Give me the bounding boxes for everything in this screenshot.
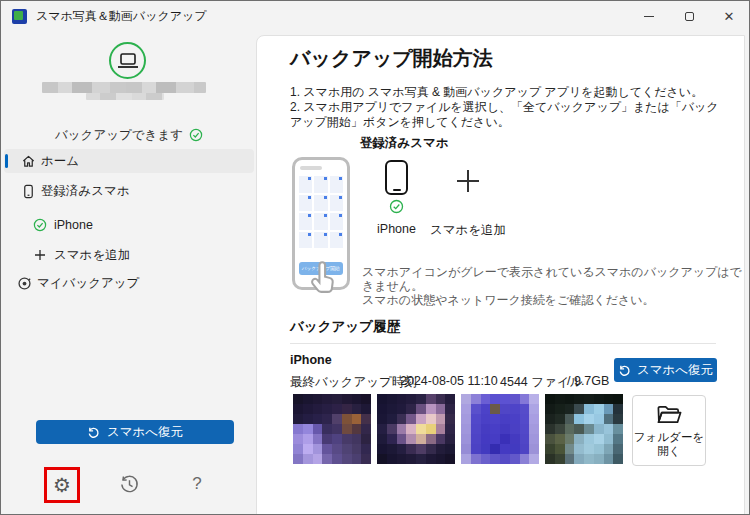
maximize-icon bbox=[685, 12, 694, 21]
app-logo-icon bbox=[12, 9, 27, 24]
plus-icon bbox=[31, 249, 49, 261]
backup-disc-icon bbox=[15, 276, 33, 291]
open-folder-button[interactable]: フォルダーを 開く bbox=[632, 395, 706, 466]
open-folder-icon bbox=[656, 404, 683, 426]
history-device-name: iPhone bbox=[290, 353, 332, 367]
sidebar-item-home[interactable]: ホーム bbox=[4, 149, 254, 173]
illustration-photo-grid bbox=[299, 176, 343, 248]
laptop-icon bbox=[116, 51, 140, 71]
note-line-2: スマホの状態やネットワーク接続をご確認ください。 bbox=[362, 293, 744, 307]
settings-highlight-box: ⚙ bbox=[44, 467, 80, 503]
sidebar-item-label: マイバックアップ bbox=[37, 275, 139, 292]
pc-status-text: バックアップできます bbox=[55, 128, 183, 142]
restore-button-label: スマホへ復元 bbox=[107, 424, 183, 441]
home-icon bbox=[19, 154, 37, 169]
iphone-device-label: iPhone bbox=[366, 222, 427, 236]
sidebar-item-my-backup[interactable]: マイバックアップ bbox=[4, 271, 254, 295]
sidebar-item-label: ホーム bbox=[41, 153, 79, 170]
close-button[interactable]: ✕ bbox=[709, 1, 749, 31]
help-button[interactable]: ? bbox=[186, 472, 208, 496]
page-title: バックアップ開始方法 bbox=[290, 45, 493, 72]
redacted-pc-name-line2 bbox=[86, 93, 164, 100]
app-window: スマホ写真＆動画バックアップ ✕ バックアップできます bbox=[0, 0, 750, 515]
sidebar-item-iphone[interactable]: iPhone bbox=[4, 213, 254, 237]
registered-phones-label: 登録済みスマホ bbox=[360, 135, 449, 152]
photo-thumbnail[interactable] bbox=[461, 394, 539, 464]
sidebar-item-add-phone[interactable]: スマホを追加 bbox=[4, 243, 254, 267]
history-restore-button[interactable]: スマホへ復元 bbox=[614, 358, 717, 382]
sidebar-item-label: iPhone bbox=[54, 218, 93, 232]
instruction-line-1: 1. スマホ用の スマホ写真 & 動画バックアップ アプリを起動してください。 bbox=[290, 85, 728, 100]
photo-thumbnail[interactable] bbox=[293, 394, 371, 464]
open-folder-label-2: 開く bbox=[657, 444, 680, 458]
instructions: 1. スマホ用の スマホ写真 & 動画バックアップ アプリを起動してください。 … bbox=[290, 85, 728, 130]
redacted-pc-name bbox=[42, 82, 206, 93]
restore-to-phone-button[interactable]: スマホへ復元 bbox=[36, 420, 234, 444]
divider bbox=[290, 343, 716, 344]
pc-status-ring bbox=[109, 42, 146, 79]
selected-accent-bar bbox=[5, 154, 8, 168]
backup-history-button[interactable] bbox=[117, 472, 141, 496]
minimize-button[interactable] bbox=[629, 1, 669, 31]
backup-history-title: バックアップ履歴 bbox=[290, 318, 400, 336]
total-size: / 9.7GB bbox=[567, 374, 609, 388]
illustration-header-bar bbox=[300, 166, 322, 170]
maximize-button[interactable] bbox=[669, 1, 709, 31]
check-circle-icon bbox=[31, 218, 49, 232]
pc-status-line: バックアップできます bbox=[2, 127, 256, 144]
minimize-icon bbox=[644, 16, 654, 17]
note-line-1: スマホアイコンがグレーで表示されているスマホのバックアップはできません。 bbox=[362, 265, 744, 293]
status-ok-check-icon bbox=[189, 128, 203, 142]
window-title: スマホ写真＆動画バックアップ bbox=[36, 8, 207, 25]
photo-thumbnail[interactable] bbox=[377, 394, 455, 464]
last-backup-time: 2024-08-05 11:10 bbox=[400, 374, 498, 388]
phone-icon bbox=[19, 184, 37, 199]
sidebar-item-label: 登録済みスマホ bbox=[41, 183, 130, 200]
tap-hand-icon bbox=[306, 260, 338, 296]
iphone-device-icon[interactable] bbox=[385, 160, 408, 195]
history-restore-label: スマホへ復元 bbox=[637, 362, 713, 379]
sidebar-item-label: スマホを追加 bbox=[54, 247, 130, 264]
settings-gear-icon[interactable]: ⚙ bbox=[53, 475, 71, 495]
last-backup-label: 最終バックアップ時刻 bbox=[290, 374, 417, 391]
main-content-card: バックアップ開始方法 1. スマホ用の スマホ写真 & 動画バックアップ アプリ… bbox=[256, 35, 745, 515]
photo-thumbnail[interactable] bbox=[545, 394, 623, 464]
thumbnail-strip bbox=[293, 394, 623, 464]
title-bar: スマホ写真＆動画バックアップ ✕ bbox=[1, 1, 749, 31]
add-phone-label: スマホを追加 bbox=[423, 222, 513, 239]
registered-phones-note: スマホアイコンがグレーで表示されているスマホのバックアップはできません。 スマホ… bbox=[362, 265, 744, 307]
add-phone-plus-icon[interactable] bbox=[457, 170, 479, 192]
history-clock-icon bbox=[119, 474, 140, 495]
sidebar-item-registered-phones[interactable]: 登録済みスマホ bbox=[4, 179, 254, 203]
sidebar: バックアップできます ホーム 登録済みスマホ iPhone bbox=[2, 31, 256, 513]
instruction-line-2: 2. スマホ用アプリでファイルを選択し、「全てバックアップ」または「バックアップ… bbox=[290, 100, 728, 130]
iphone-ok-check-icon bbox=[389, 199, 404, 217]
restore-icon bbox=[618, 364, 631, 377]
open-folder-label-1: フォルダーを bbox=[634, 430, 704, 444]
restore-icon bbox=[87, 426, 100, 439]
phone-app-illustration: バックアップ開始 bbox=[292, 157, 350, 290]
